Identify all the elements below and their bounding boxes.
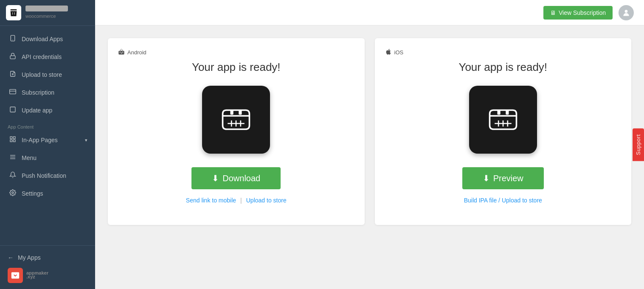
support-tab[interactable]: Support — [633, 128, 644, 161]
link-separator: | — [240, 197, 242, 204]
cards-container: Android Your app is ready! ⬇ Download — [95, 25, 644, 289]
android-card-links: Send link to mobile | Upload to store — [186, 197, 287, 204]
ios-app-icon — [469, 86, 537, 154]
sidebar-item-api-credentials[interactable]: API credentials — [0, 48, 95, 66]
lock-icon — [9, 53, 17, 61]
sidebar-item-menu[interactable]: Menu — [0, 149, 95, 167]
ios-card: iOS Your app is ready! ⬇ Preview — [375, 38, 632, 225]
sidebar-item-subscription[interactable]: Subscription — [0, 84, 95, 101]
app-name-blurred — [25, 6, 68, 11]
sidebar-item-label: Settings — [22, 190, 43, 197]
android-card: Android Your app is ready! ⬇ Download — [108, 38, 365, 225]
svg-rect-8 — [13, 137, 15, 139]
preview-download-icon: ⬇ — [483, 173, 490, 183]
apple-icon — [385, 48, 392, 56]
svg-rect-25 — [497, 110, 500, 115]
svg-rect-18 — [231, 110, 233, 115]
appmaker-brand: appmaker .xyz — [8, 264, 87, 283]
ios-card-title: Your app is ready! — [458, 61, 547, 74]
android-icon — [118, 48, 125, 56]
upload-to-store-link[interactable]: Upload to store — [246, 197, 287, 204]
my-apps-link[interactable]: ← My Apps — [8, 252, 87, 264]
build-ipa-link[interactable]: Build IPA file / Upload to store — [464, 197, 542, 204]
my-apps-label: My Apps — [18, 254, 41, 261]
svg-rect-4 — [10, 90, 16, 94]
appmaker-logo-icon — [8, 268, 23, 283]
svg-point-14 — [12, 192, 14, 194]
card-icon — [9, 88, 17, 97]
ios-platform-label: iOS — [385, 48, 404, 56]
ios-card-links: Build IPA file / Upload to store — [464, 197, 542, 204]
android-card-title: Your app is ready! — [192, 61, 281, 74]
menu-icon — [9, 154, 17, 162]
android-app-icon — [202, 86, 270, 154]
gear-icon — [9, 189, 17, 198]
upload-icon — [9, 70, 17, 79]
sidebar-item-download-apps[interactable]: Download Apps — [0, 30, 95, 48]
svg-rect-10 — [13, 140, 15, 142]
bell-icon — [9, 171, 17, 180]
grid-icon — [9, 136, 17, 144]
download-icon: ⬇ — [212, 173, 219, 183]
sidebar-item-label: Upload to store — [22, 71, 62, 78]
download-button[interactable]: ⬇ Download — [191, 167, 281, 189]
sidebar-item-in-app-pages[interactable]: In-App Pages ▾ — [0, 131, 95, 149]
sidebar-app-name: woocommerce — [25, 6, 68, 20]
svg-rect-19 — [239, 110, 242, 115]
svg-point-16 — [625, 10, 628, 13]
main-content: 🖥 View Subscription Android Your app is … — [95, 0, 644, 289]
sidebar-item-settings[interactable]: Settings — [0, 185, 95, 202]
sidebar-item-label: In-App Pages — [22, 137, 58, 143]
user-avatar[interactable] — [619, 5, 634, 20]
preview-button[interactable]: ⬇ Preview — [462, 167, 544, 189]
sidebar-item-label: API credentials — [22, 53, 62, 60]
send-link-to-mobile[interactable]: Send link to mobile — [186, 197, 236, 204]
appmaker-text: appmaker .xyz — [26, 272, 48, 279]
topbar: 🖥 View Subscription — [95, 0, 644, 25]
sidebar-item-update-app[interactable]: Update app — [0, 101, 95, 119]
svg-rect-2 — [10, 56, 15, 59]
svg-rect-6 — [10, 107, 15, 112]
arrow-left-icon: ← — [8, 254, 14, 261]
chevron-down-icon: ▾ — [85, 137, 87, 143]
sidebar-item-label: Push Notification — [22, 172, 66, 179]
update-icon — [9, 106, 17, 115]
sidebar-item-upload-to-store[interactable]: Upload to store — [0, 66, 95, 84]
sidebar-item-label: Update app — [22, 107, 52, 114]
svg-rect-26 — [506, 110, 509, 115]
svg-point-1 — [12, 39, 13, 40]
view-subscription-button[interactable]: 🖥 View Subscription — [543, 6, 613, 20]
sidebar-item-label: Subscription — [22, 89, 54, 96]
monitor-icon: 🖥 — [550, 9, 556, 16]
sidebar-bottom: ← My Apps appmaker .xyz — [0, 245, 95, 289]
svg-rect-9 — [10, 140, 12, 142]
app-sub: woocommerce — [25, 14, 56, 19]
sidebar: woocommerce Download Apps API credential… — [0, 0, 95, 289]
sidebar-item-push-notification[interactable]: Push Notification — [0, 167, 95, 185]
sidebar-item-label: Download Apps — [22, 36, 63, 42]
mobile-icon — [9, 35, 17, 43]
android-platform-label: Android — [118, 48, 146, 56]
sidebar-navigation: Download Apps API credentials Upload to … — [0, 26, 95, 245]
sidebar-header: woocommerce — [0, 0, 95, 26]
sidebar-item-label: Menu — [22, 154, 37, 161]
sidebar-logo — [6, 5, 21, 20]
svg-rect-15 — [11, 272, 19, 279]
app-content-section-label: App Content — [0, 119, 95, 131]
svg-rect-7 — [10, 137, 12, 139]
